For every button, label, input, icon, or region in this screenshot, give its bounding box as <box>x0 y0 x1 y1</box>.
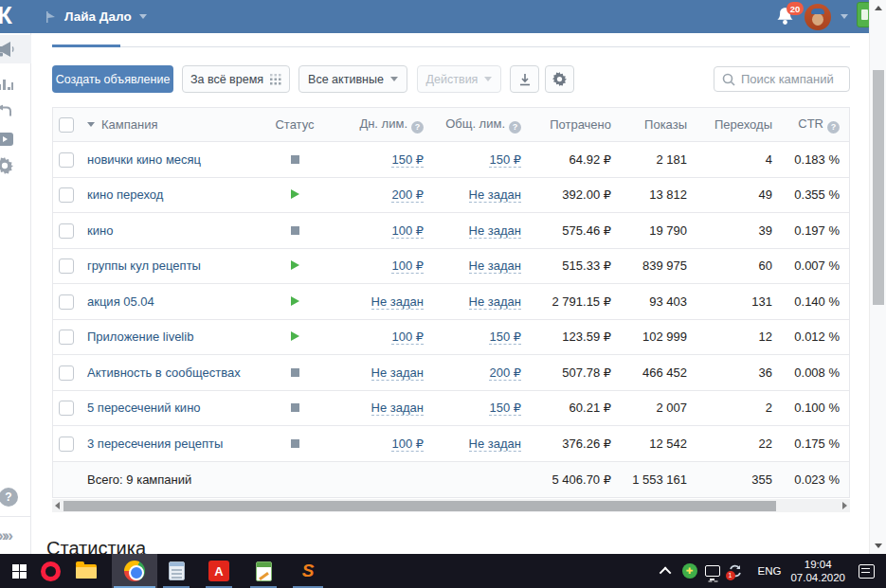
sidebar-item-video[interactable] <box>0 125 31 153</box>
header-daily-limit[interactable]: Дн. лим.? <box>323 116 427 134</box>
create-ad-button[interactable]: Создать объявление <box>52 65 173 93</box>
horizontal-scrollbar-thumb[interactable] <box>63 501 776 511</box>
notifications-bell[interactable]: 20 <box>775 6 795 27</box>
taskbar-notepad[interactable] <box>161 554 191 588</box>
taskbar-app-s[interactable]: S <box>291 554 325 588</box>
table-row[interactable]: Приложение livelib 100 ₽ 150 ₽ 123.59 ₽ … <box>53 320 849 356</box>
vk-logo[interactable]: К <box>0 1 12 30</box>
scroll-up-arrow-icon[interactable] <box>875 6 882 10</box>
sidebar-item-campaigns[interactable] <box>0 35 31 63</box>
campaign-link[interactable]: группы кул рецепты <box>87 258 201 273</box>
total-limit-link[interactable]: 200 ₽ <box>489 365 521 381</box>
question-icon[interactable]: ? <box>411 121 424 134</box>
scroll-down-arrow-icon[interactable] <box>875 543 882 548</box>
table-settings-button[interactable] <box>545 65 574 93</box>
daily-limit-link[interactable]: 150 ₽ <box>391 152 424 168</box>
header-ctr[interactable]: CTR? <box>776 116 849 134</box>
total-limit-link[interactable]: Не задан <box>469 223 521 239</box>
total-limit-link[interactable]: Не задан <box>469 294 521 310</box>
table-row[interactable]: группы кул рецепты 100 ₽ Не задан 515.33… <box>53 249 849 285</box>
row-checkbox[interactable] <box>59 152 74 168</box>
cabinet-switcher[interactable]: Лайа Дало <box>44 0 147 33</box>
sidebar-item-retargeting[interactable] <box>0 98 31 126</box>
header-spent[interactable]: Потрачено <box>525 117 615 132</box>
taskbar-acrobat[interactable]: A <box>204 554 234 588</box>
question-icon[interactable]: ? <box>827 121 840 134</box>
row-checkbox[interactable] <box>59 294 74 310</box>
tray-expand[interactable] <box>656 567 678 576</box>
total-limit-link[interactable]: Не задан <box>469 437 521 452</box>
row-checkbox[interactable] <box>59 401 74 416</box>
taskbar-explorer[interactable] <box>72 554 100 588</box>
table-row[interactable]: кино переход 200 ₽ Не задан 392.00 ₽ 13 … <box>53 178 849 214</box>
table-row[interactable]: кино 100 ₽ Не задан 575.46 ₽ 19 790 39 0… <box>53 213 849 249</box>
acrobat-icon: A <box>208 561 229 581</box>
vertical-scrollbar-thumb[interactable] <box>873 70 884 305</box>
search-input[interactable]: Поиск кампаний <box>714 66 850 92</box>
language-indicator[interactable]: ENG <box>758 565 782 577</box>
start-button[interactable] <box>5 554 33 588</box>
question-icon[interactable]: ? <box>509 121 521 134</box>
help-button[interactable]: ? <box>0 488 18 507</box>
campaign-link[interactable]: 3 пересечения рецепты <box>87 437 223 451</box>
header-status[interactable]: Статус <box>266 117 323 132</box>
clock[interactable]: 19:04 07.04.2020 <box>790 558 845 584</box>
scroll-left-arrow-icon[interactable] <box>55 502 60 509</box>
vertical-scrollbar[interactable] <box>869 0 886 554</box>
row-checkbox[interactable] <box>59 223 74 239</box>
status-filter-dropdown[interactable]: Все активные <box>298 65 407 93</box>
header-campaign[interactable]: Кампания <box>87 117 266 132</box>
export-button[interactable] <box>510 65 539 93</box>
header-clicks[interactable]: Переходы <box>691 117 776 132</box>
table-row[interactable]: новички кино месяц 150 ₽ 150 ₽ 64.92 ₽ 2… <box>53 142 849 178</box>
tray-updates[interactable] <box>724 563 749 579</box>
sidebar-item-statistics[interactable] <box>0 69 31 98</box>
action-center-icon[interactable] <box>859 564 875 579</box>
daily-limit-link[interactable]: Не задан <box>371 401 424 416</box>
campaign-link[interactable]: акция 05.04 <box>87 294 154 309</box>
horizontal-scrollbar[interactable] <box>52 499 850 512</box>
avatar[interactable] <box>805 4 831 30</box>
campaign-link[interactable]: новички кино месяц <box>87 152 201 167</box>
campaign-link[interactable]: кино переход <box>87 187 163 202</box>
total-limit-link[interactable]: Не задан <box>469 187 521 203</box>
row-checkbox[interactable] <box>59 365 74 381</box>
table-row[interactable]: акция 05.04 Не задан Не задан 2 791.15 ₽… <box>53 284 849 320</box>
row-checkbox[interactable] <box>59 330 74 345</box>
taskbar-opera[interactable] <box>36 554 64 588</box>
scroll-right-arrow-icon[interactable] <box>842 502 847 509</box>
sidebar-item-settings[interactable] <box>0 151 31 180</box>
daily-limit-link[interactable]: 100 ₽ <box>391 330 424 345</box>
table-row[interactable]: Активность в сообществах Не задан 200 ₽ … <box>53 355 849 391</box>
row-checkbox[interactable] <box>59 437 74 452</box>
select-all-checkbox[interactable] <box>59 117 74 133</box>
total-limit-link[interactable]: 150 ₽ <box>489 330 521 345</box>
daily-limit-link[interactable]: 100 ₽ <box>391 258 424 274</box>
daily-limit-link[interactable]: Не задан <box>371 365 424 381</box>
actions-dropdown[interactable]: Действия <box>417 65 501 93</box>
daily-limit-link[interactable]: 200 ₽ <box>391 187 424 203</box>
total-limit-link[interactable]: 150 ₽ <box>489 401 521 416</box>
daily-limit-link[interactable]: 100 ₽ <box>391 223 424 239</box>
tray-antivirus[interactable] <box>678 563 701 579</box>
row-checkbox[interactable] <box>59 258 74 274</box>
header-total-limit[interactable]: Общ. лим.? <box>427 116 525 134</box>
daily-limit-link[interactable]: Не задан <box>371 294 424 310</box>
daily-limit-link[interactable]: 100 ₽ <box>391 437 424 452</box>
tray-network[interactable] <box>701 565 724 577</box>
period-filter-button[interactable]: За всё время <box>182 65 290 93</box>
taskbar-editor[interactable] <box>248 554 279 588</box>
row-checkbox[interactable] <box>59 187 74 203</box>
campaign-link[interactable]: Приложение livelib <box>87 330 193 344</box>
table-row[interactable]: 5 пересечений кино Не задан 150 ₽ 60.21 … <box>53 391 849 427</box>
header-impressions[interactable]: Показы <box>615 117 691 132</box>
sidebar-collapse-button[interactable]: »» <box>0 516 31 554</box>
campaign-link[interactable]: кино <box>87 223 113 238</box>
table-row[interactable]: 3 пересечения рецепты 100 ₽ Не задан 376… <box>53 426 849 462</box>
account-menu-chevron-icon[interactable] <box>841 14 848 19</box>
total-limit-link[interactable]: Не задан <box>469 258 521 274</box>
campaign-link[interactable]: Активность в сообществах <box>87 365 241 380</box>
taskbar-chrome[interactable] <box>112 554 157 588</box>
campaign-link[interactable]: 5 пересечений кино <box>87 401 201 415</box>
total-limit-link[interactable]: 150 ₽ <box>489 152 521 168</box>
